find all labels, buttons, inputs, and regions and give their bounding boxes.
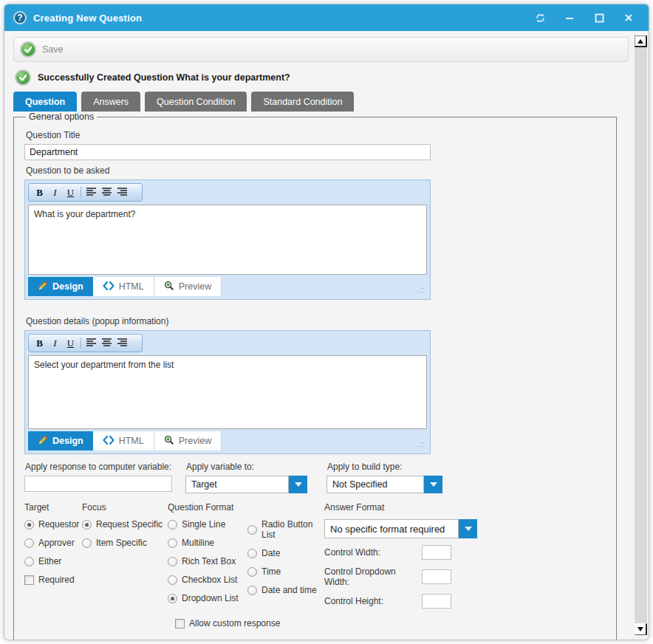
control-height-input[interactable]	[422, 594, 451, 609]
required-checkbox[interactable]: Required	[24, 575, 82, 585]
preview-tab-label: Preview	[179, 281, 211, 292]
radio-icon	[247, 549, 257, 558]
bold-icon: B	[36, 187, 43, 199]
radio-label: Time	[261, 566, 281, 577]
minimize-button[interactable]	[560, 10, 579, 26]
preview-tab[interactable]: Preview	[154, 277, 222, 296]
html-tab[interactable]: HTML	[93, 277, 154, 296]
design-tab-label: Design	[52, 281, 83, 292]
apply-to-value: Target	[185, 476, 289, 493]
checkbox-label: Required	[38, 575, 75, 585]
radio-label: Requestor	[38, 519, 79, 530]
apply-to-dropdown-button[interactable]	[289, 476, 307, 493]
refresh-button[interactable]	[530, 10, 550, 26]
save-check-icon	[20, 41, 36, 58]
underline-button[interactable]: U	[63, 185, 78, 199]
underline-button[interactable]: U	[63, 336, 78, 350]
help-icon[interactable]: ?	[13, 11, 27, 24]
allow-custom-response-checkbox[interactable]: Allow custom response	[175, 618, 324, 628]
radio-checkbox-list[interactable]: Checkbox List	[168, 575, 247, 585]
radio-time[interactable]: Time	[247, 566, 324, 577]
radio-icon	[168, 538, 177, 548]
apply-variable-label: Apply response to computer variable:	[25, 462, 178, 472]
radio-approver[interactable]: Approver	[24, 538, 82, 548]
align-left-button[interactable]	[83, 336, 99, 350]
resize-grip[interactable]: .::	[417, 440, 425, 448]
italic-button[interactable]: I	[47, 185, 63, 199]
radio-radio-button-list[interactable]: Radio Button List	[247, 519, 324, 540]
html-tab-label: HTML	[119, 281, 144, 292]
resize-grip[interactable]: .::	[417, 286, 425, 294]
build-type-select[interactable]: Not Specified	[326, 476, 442, 493]
magnifier-icon	[164, 435, 174, 448]
build-type-dropdown-button[interactable]	[424, 476, 442, 493]
radio-label: Dropdown List	[182, 593, 239, 603]
align-right-button[interactable]	[114, 185, 130, 199]
status-row: Successfully Created Question What is yo…	[15, 69, 629, 86]
radio-label: Checkbox List	[182, 575, 237, 585]
save-button[interactable]: Save	[20, 41, 64, 58]
align-center-button[interactable]	[99, 185, 114, 199]
radio-requestor[interactable]: Requestor	[24, 519, 82, 530]
preview-tab[interactable]: Preview	[154, 431, 222, 451]
answer-format-dropdown-button[interactable]	[459, 519, 477, 538]
question-asked-content[interactable]: What is your department?	[28, 205, 427, 275]
italic-button[interactable]: I	[47, 336, 63, 350]
apply-to-select[interactable]: Target	[185, 476, 307, 493]
align-center-button[interactable]	[99, 336, 114, 350]
vertical-scrollbar[interactable]	[635, 35, 647, 635]
control-width-input[interactable]	[422, 545, 451, 560]
question-asked-editor: B I U What is your department? Design	[24, 179, 431, 300]
underline-icon: U	[67, 338, 74, 349]
radio-label: Rich Text Box	[182, 556, 236, 566]
align-left-button[interactable]	[83, 185, 99, 199]
question-title-input[interactable]	[24, 144, 431, 160]
radio-multiline[interactable]: Multiline	[168, 538, 247, 548]
scroll-up-button[interactable]	[635, 35, 647, 47]
general-options-group: General options Question Title Question …	[13, 112, 617, 640]
radio-label: Date and time	[261, 585, 317, 595]
answer-format-select[interactable]: No specific format required	[324, 519, 479, 538]
design-tab[interactable]: Design	[28, 431, 93, 451]
tab-answers[interactable]: Answers	[81, 92, 140, 112]
editor-format-toolbar: B I U	[28, 183, 143, 202]
save-button-label: Save	[42, 44, 64, 55]
scroll-down-button[interactable]	[635, 623, 647, 635]
design-tab[interactable]: Design	[28, 277, 93, 296]
control-dropdown-width-label: Control Dropdown Width:	[324, 566, 422, 587]
build-type-value: Not Specified	[326, 476, 424, 493]
chevron-down-icon	[465, 527, 472, 531]
question-title-label: Question Title	[26, 130, 606, 140]
apply-variable-input[interactable]	[24, 476, 172, 492]
apply-to-label: Apply variable to:	[186, 462, 307, 472]
close-button[interactable]	[619, 10, 638, 26]
radio-icon	[168, 594, 177, 603]
maximize-button[interactable]	[589, 10, 609, 26]
radio-item-specific[interactable]: Item Specific	[82, 538, 168, 548]
html-tab[interactable]: HTML	[93, 431, 154, 451]
radio-dropdown-list[interactable]: Dropdown List	[168, 593, 247, 603]
question-details-label: Question details (popup information)	[26, 316, 606, 326]
align-right-button[interactable]	[114, 336, 130, 350]
control-dropdown-width-input[interactable]	[422, 569, 451, 584]
radio-single-line[interactable]: Single Line	[168, 519, 247, 530]
tab-question-condition[interactable]: Question Condition	[145, 92, 247, 112]
answer-format-value: No specific format required	[324, 519, 459, 538]
question-details-content[interactable]: Select your department from the list	[28, 355, 427, 429]
editor-mode-bar: Design HTML Preview .::	[28, 431, 427, 451]
radio-date-and-time[interactable]: Date and time	[247, 585, 324, 595]
bold-button[interactable]: B	[32, 336, 47, 350]
bold-button[interactable]: B	[32, 185, 47, 199]
focus-group: Focus Request Specific Item Specific	[82, 502, 168, 637]
radio-rich-text-box[interactable]: Rich Text Box	[168, 556, 247, 566]
radio-either[interactable]: Either	[24, 556, 82, 566]
dialog-window: ? Creating New Question	[4, 4, 649, 640]
radio-icon	[24, 520, 34, 530]
radio-request-specific[interactable]: Request Specific	[82, 519, 168, 530]
align-center-icon	[101, 186, 112, 199]
tab-question[interactable]: Question	[13, 92, 77, 112]
tab-standard-condition[interactable]: Standard Condition	[251, 92, 354, 112]
target-group: Target Requestor Approver Either	[24, 502, 82, 637]
radio-date[interactable]: Date	[247, 548, 324, 558]
code-icon	[103, 281, 114, 292]
